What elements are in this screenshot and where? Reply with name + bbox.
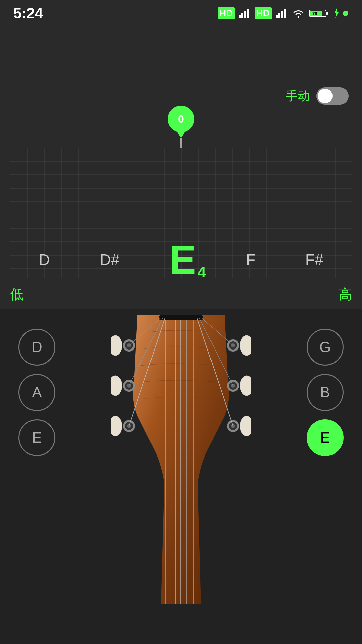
- string-label-G: G: [319, 339, 331, 356]
- svg-point-64: [111, 416, 122, 436]
- pitch-labels: 低 高: [10, 285, 352, 304]
- needle-bubble: 0: [168, 106, 194, 132]
- svg-rect-7: [284, 9, 286, 18]
- svg-point-67: [240, 416, 251, 436]
- string-label-E-high: E: [320, 429, 330, 446]
- string-button-E-low[interactable]: E: [18, 419, 55, 456]
- status-time: 5:24: [13, 5, 43, 22]
- note-F[interactable]: F: [246, 251, 255, 269]
- svg-point-14: [343, 11, 348, 16]
- signal-icon-2: [276, 8, 288, 18]
- string-button-A[interactable]: A: [18, 374, 55, 411]
- string-label-B: B: [320, 384, 330, 401]
- svg-point-62: [111, 335, 122, 356]
- svg-point-66: [240, 376, 251, 396]
- svg-rect-2: [244, 11, 246, 18]
- svg-rect-6: [281, 11, 283, 18]
- svg-point-65: [240, 335, 251, 356]
- note-Dsharp[interactable]: D#: [100, 251, 119, 269]
- pitch-low-label: 低: [10, 285, 23, 304]
- svg-marker-13: [335, 8, 339, 18]
- note-E-active[interactable]: E 4: [169, 239, 196, 278]
- svg-rect-0: [239, 15, 241, 18]
- string-label-D: D: [32, 339, 42, 356]
- svg-rect-10: [326, 12, 328, 15]
- tuner-area: 0: [10, 127, 352, 278]
- guitar-area: D A E G B E: [0, 309, 362, 644]
- charging-icon: [333, 8, 339, 18]
- manual-label: 手动: [286, 88, 310, 104]
- string-button-G[interactable]: G: [307, 329, 344, 366]
- svg-rect-4: [276, 15, 278, 18]
- string-button-B[interactable]: B: [307, 374, 344, 411]
- svg-rect-5: [278, 13, 280, 18]
- wifi-icon: [292, 8, 305, 18]
- hd-badge-1: HD: [218, 7, 234, 19]
- status-dot: [343, 10, 349, 16]
- svg-rect-43: [159, 315, 203, 320]
- note-D[interactable]: D: [39, 251, 50, 269]
- svg-rect-3: [247, 9, 249, 18]
- status-bar: 5:24 HD HD 78: [0, 0, 362, 27]
- string-button-E-high[interactable]: E: [307, 419, 344, 456]
- svg-text:78: 78: [312, 11, 317, 16]
- string-label-E-low: E: [32, 429, 42, 446]
- hd-badge-2: HD: [255, 7, 272, 19]
- manual-toggle-switch[interactable]: [316, 87, 349, 105]
- needle-value: 0: [178, 113, 184, 125]
- svg-rect-1: [241, 13, 243, 18]
- battery-icon: 78: [309, 8, 329, 18]
- string-button-D[interactable]: D: [18, 329, 55, 366]
- string-label-A: A: [32, 384, 42, 401]
- signal-icon-1: [239, 8, 251, 18]
- guitar-headstock-svg: [111, 315, 251, 604]
- svg-point-63: [111, 376, 122, 396]
- manual-toggle-area: 手动: [286, 87, 349, 105]
- pitch-high-label: 高: [339, 285, 352, 304]
- svg-point-8: [298, 16, 299, 18]
- tuner-grid: D D# E 4 F F#: [10, 148, 352, 278]
- note-Fsharp[interactable]: F#: [305, 251, 323, 269]
- status-icons: HD HD 78: [218, 7, 349, 19]
